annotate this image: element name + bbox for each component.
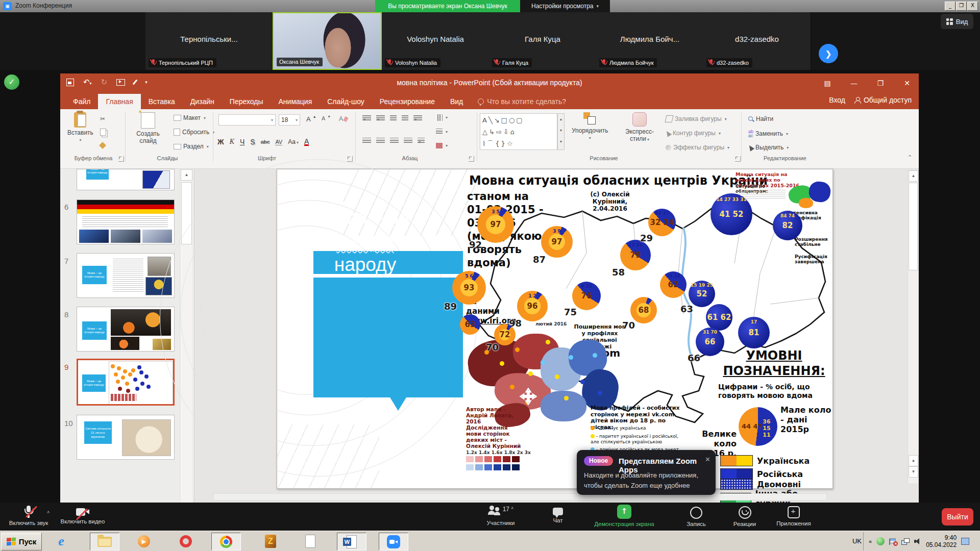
- previous-slide-icon[interactable]: ▲: [909, 455, 918, 466]
- antivirus-shield-icon[interactable]: ✓: [4, 74, 19, 90]
- reset-button[interactable]: Сбросить: [174, 129, 214, 136]
- orange-app-icon[interactable]: Z: [256, 533, 285, 549]
- tab-design[interactable]: Дизайн: [183, 94, 222, 109]
- format-painter-icon[interactable]: [100, 143, 105, 148]
- minimize-button[interactable]: _: [945, 2, 955, 11]
- dialog-launcher-icon[interactable]: [347, 156, 353, 162]
- tab-home[interactable]: Главная: [98, 94, 140, 109]
- smartart-convert-icon[interactable]: [436, 143, 448, 148]
- file-explorer-icon[interactable]: [90, 533, 119, 550]
- participants-button[interactable]: 17 ˄ Участники: [478, 506, 524, 526]
- word-icon[interactable]: W: [337, 533, 366, 550]
- tab-insert[interactable]: Вставка: [141, 94, 183, 109]
- collapse-ribbon-icon[interactable]: ⌃: [908, 154, 912, 161]
- align-text-icon[interactable]: [436, 129, 448, 135]
- view-options-dropdown[interactable]: Настройки просмотра: [520, 0, 610, 12]
- next-participants-button[interactable]: ❯: [819, 44, 838, 63]
- slide-canvas[interactable]: Мова – це історія народу Мовна ситуація …: [277, 169, 833, 489]
- participant-tile[interactable]: Людмила Бойч... Людмила Бойчук: [596, 12, 704, 70]
- maximize-button[interactable]: ❐: [956, 2, 967, 11]
- slide-thumb-7[interactable]: Мова – це історія народу: [77, 253, 175, 298]
- decrease-indent-icon[interactable]: [390, 115, 397, 122]
- font-size-combobox[interactable]: 18: [279, 114, 300, 126]
- dialog-launcher-icon[interactable]: [469, 156, 474, 162]
- chrome-icon[interactable]: [211, 533, 241, 550]
- tab-file[interactable]: Файл: [65, 94, 98, 109]
- slide-thumb-10[interactable]: Світова спільнота 21 лютого відзначає: [77, 415, 175, 460]
- start-button[interactable]: Пуск: [1, 533, 42, 550]
- font-color-button[interactable]: А: [304, 138, 309, 146]
- columns-icon[interactable]: [418, 138, 425, 144]
- tab-transitions[interactable]: Переходы: [222, 94, 271, 109]
- shape-fill-button[interactable]: Заливка фигуры: [666, 115, 727, 122]
- copy-icon[interactable]: [100, 129, 106, 136]
- sign-in-link[interactable]: Вход: [829, 96, 845, 104]
- font-name-combobox[interactable]: [218, 114, 276, 126]
- participant-video-active[interactable]: Оксана Шевчук: [273, 12, 382, 70]
- ppt-minimize-icon[interactable]: —: [842, 73, 866, 93]
- start-video-button[interactable]: Включить видео: [56, 506, 109, 524]
- scroll-up-icon[interactable]: ▲: [181, 169, 192, 181]
- line-spacing-icon[interactable]: [413, 115, 422, 122]
- shrink-font-icon[interactable]: А▼: [322, 115, 331, 121]
- leave-button[interactable]: Выйти: [942, 508, 973, 525]
- action-center-flag-icon[interactable]: ✕: [889, 538, 897, 545]
- shape-outline-button[interactable]: Контур фигуры: [666, 130, 721, 137]
- justify-icon[interactable]: [404, 138, 412, 144]
- tray-antivirus-icon[interactable]: [876, 537, 885, 545]
- select-button[interactable]: Выделить: [748, 144, 789, 151]
- participant-tile[interactable]: Галя Куца Галя Куца: [489, 12, 597, 70]
- horizontal-scrollbar[interactable]: [213, 493, 827, 500]
- slide-title-text[interactable]: Мова – це історія народу: [308, 206, 423, 277]
- apps-button[interactable]: Приложения: [771, 506, 817, 527]
- share-button[interactable]: Общий доступ: [854, 96, 912, 104]
- ppt-restore-icon[interactable]: ❐: [869, 73, 892, 93]
- bullets-icon[interactable]: [362, 115, 371, 122]
- change-case-button[interactable]: Aa: [288, 138, 299, 145]
- unmute-button[interactable]: Включить звук: [4, 506, 53, 526]
- tab-animations[interactable]: Анимация: [271, 94, 320, 109]
- bold-button[interactable]: Ж: [217, 138, 224, 146]
- layout-button[interactable]: Макет: [174, 114, 206, 121]
- slide-scrollbar[interactable]: ▲ ▲ ▼: [908, 170, 919, 484]
- shapes-gallery-scrollbar[interactable]: ▲▼▼: [557, 113, 565, 150]
- grow-font-icon[interactable]: А▲: [306, 115, 316, 123]
- next-slide-icon[interactable]: ▼: [909, 466, 918, 478]
- slide-thumb-9-selected[interactable]: Мова – це історія народу: [77, 359, 175, 406]
- align-center-icon[interactable]: [376, 138, 385, 144]
- participant-tile[interactable]: Тернопільськи... Тернопільський РЦП: [145, 12, 273, 70]
- chat-button[interactable]: Чат: [545, 506, 571, 523]
- text-shadow-button[interactable]: S: [250, 138, 255, 146]
- document-icon[interactable]: [296, 533, 325, 549]
- find-button[interactable]: Найти: [748, 115, 773, 122]
- zoom-app-taskbar-icon[interactable]: [379, 533, 408, 550]
- shapes-gallery[interactable]: A╲↘□○▢△↳⇨⇩⌂⌇⌒{}☆: [480, 113, 557, 150]
- close-button[interactable]: X: [967, 2, 978, 11]
- volume-icon[interactable]: [914, 538, 921, 544]
- tab-slideshow[interactable]: Слайд-шоу: [320, 94, 372, 109]
- dialog-launcher-icon[interactable]: [118, 156, 124, 162]
- increase-indent-icon[interactable]: [402, 115, 408, 122]
- tab-review[interactable]: Рецензирование: [372, 94, 443, 109]
- ribbon-display-options-icon[interactable]: ▤: [816, 73, 839, 93]
- record-button[interactable]: Запись: [680, 506, 713, 527]
- reactions-button[interactable]: Реакции: [727, 506, 763, 527]
- cut-icon[interactable]: ✂: [100, 115, 105, 122]
- tray-expand-icon[interactable]: «: [869, 538, 872, 544]
- participant-tile[interactable]: d32-zasedko d32-zasedko: [703, 12, 811, 70]
- popup-close-icon[interactable]: ✕: [705, 456, 710, 463]
- opera-icon[interactable]: [172, 533, 200, 549]
- slide-speech-bubble[interactable]: [313, 278, 463, 397]
- network-icon[interactable]: [901, 538, 910, 545]
- tell-me-box[interactable]: Что вы хотите сделать?: [471, 94, 573, 109]
- participant-tile[interactable]: Voloshyn Natalia Voloshyn Natalia: [382, 12, 489, 70]
- quick-styles-button[interactable]: Экспресс-стили: [621, 112, 658, 142]
- internet-explorer-icon[interactable]: e: [47, 533, 76, 549]
- numbering-icon[interactable]: [376, 115, 385, 122]
- ppt-close-icon[interactable]: ✕: [895, 73, 919, 93]
- italic-button[interactable]: К: [230, 138, 234, 146]
- paste-button[interactable]: Вставить▾: [67, 112, 93, 142]
- show-desktop-icon[interactable]: [961, 538, 969, 545]
- align-left-icon[interactable]: [362, 138, 371, 144]
- align-right-icon[interactable]: [390, 138, 399, 144]
